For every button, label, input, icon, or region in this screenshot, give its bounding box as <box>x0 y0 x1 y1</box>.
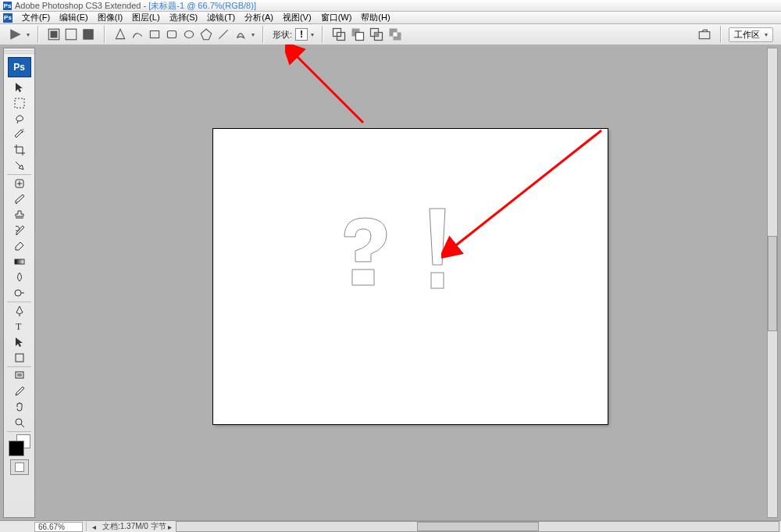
pen-tool[interactable] <box>9 303 30 319</box>
zoom-field[interactable]: 66.67% <box>34 522 83 532</box>
svg-rect-26 <box>16 354 23 362</box>
horizontal-scrollbar[interactable] <box>176 521 779 532</box>
menu-image[interactable]: 图像(I) <box>93 11 127 24</box>
svg-rect-22 <box>15 259 24 264</box>
line-shape-icon[interactable] <box>216 27 231 42</box>
ps-menu-icon[interactable]: Ps <box>3 13 12 23</box>
type-tool[interactable]: T <box>9 319 30 334</box>
app-title: Adobe Photoshop CS3 Extended <box>15 1 141 10</box>
svg-rect-3 <box>83 29 94 40</box>
go-to-bridge-icon[interactable] <box>697 27 712 42</box>
shape-tool[interactable] <box>9 350 30 366</box>
svg-rect-27 <box>16 372 23 378</box>
svg-line-8 <box>219 30 227 38</box>
move-tool[interactable] <box>9 80 30 95</box>
gradient-tool[interactable] <box>9 254 30 270</box>
menu-select[interactable]: 选择(S) <box>165 11 203 24</box>
color-swatches[interactable] <box>9 434 30 456</box>
stamp-tool[interactable] <box>9 207 30 223</box>
crop-tool[interactable] <box>9 142 30 158</box>
ps-logo-icon[interactable]: Ps <box>8 57 31 77</box>
chevron-down-icon[interactable]: ▾ <box>309 31 314 38</box>
brush-tool[interactable] <box>9 191 30 207</box>
svg-point-23 <box>15 290 21 296</box>
notes-tool[interactable] <box>9 368 30 384</box>
menu-filter[interactable]: 滤镜(T) <box>202 11 240 24</box>
fill-pixel-mode[interactable] <box>80 27 96 42</box>
foreground-color-swatch[interactable] <box>9 441 24 456</box>
chevron-down-icon[interactable]: ▾ <box>25 31 30 38</box>
path-mode[interactable] <box>63 27 79 42</box>
question-mark-shape <box>330 213 398 291</box>
shape-layer-mode[interactable] <box>46 27 62 42</box>
path-op-group <box>327 27 407 42</box>
ellipse-shape-icon[interactable] <box>181 27 197 42</box>
wand-tool[interactable] <box>9 127 30 142</box>
rounded-rect-shape-icon[interactable] <box>164 27 180 42</box>
menu-file[interactable]: 文件(F) <box>17 11 55 24</box>
tools-panel: Ps T <box>3 48 35 518</box>
slice-tool[interactable] <box>9 158 30 173</box>
svg-point-30 <box>16 419 22 425</box>
menu-window[interactable]: 窗口(W) <box>316 11 357 24</box>
subtract-from-shape-icon[interactable] <box>349 27 366 42</box>
svg-marker-7 <box>201 29 212 40</box>
pen-shape-icon[interactable] <box>112 27 128 42</box>
canvas-area[interactable] <box>35 45 781 521</box>
menu-view[interactable]: 视图(V) <box>278 11 316 24</box>
svg-rect-32 <box>431 273 444 288</box>
status-right-arrow-icon[interactable]: ▸ <box>166 523 174 531</box>
svg-line-31 <box>21 424 24 427</box>
marquee-tool[interactable] <box>9 95 30 111</box>
freeform-pen-icon[interactable] <box>130 27 145 42</box>
document-title: [未标题-1 @ 66.7%(RGB/8)] <box>148 0 256 12</box>
document-info: 文档:1.37M/0 字节 <box>98 521 166 532</box>
exclamation-mark-shape <box>426 207 448 293</box>
polygon-shape-icon[interactable] <box>198 27 214 42</box>
svg-rect-4 <box>150 31 159 38</box>
status-left-arrow-icon[interactable]: ◂ <box>90 523 98 531</box>
workspace-picker[interactable]: 工作区 ▾ <box>729 27 773 42</box>
shape-label: 形状: <box>271 29 294 41</box>
shape-swatch[interactable]: ! <box>295 28 308 41</box>
svg-rect-2 <box>66 29 77 40</box>
title-bar: Ps Adobe Photoshop CS3 Extended - [未标题-1… <box>0 0 781 12</box>
workspace-label: 工作区 <box>734 29 760 41</box>
vertical-scrollbar[interactable] <box>767 48 778 518</box>
menu-layer[interactable]: 图层(L) <box>127 11 164 24</box>
path-select-tool[interactable] <box>9 334 30 350</box>
svg-line-33 <box>294 54 363 123</box>
add-to-shape-icon[interactable] <box>330 27 348 42</box>
menu-help[interactable]: 帮助(H) <box>356 11 394 24</box>
svg-rect-5 <box>167 31 176 38</box>
chevron-down-icon: ▾ <box>763 31 768 38</box>
svg-rect-12 <box>356 33 364 41</box>
blur-tool[interactable] <box>9 270 30 285</box>
rectangle-shape-icon[interactable] <box>147 27 162 42</box>
custom-shape-icon[interactable] <box>233 27 248 42</box>
intersect-shape-icon[interactable] <box>368 27 385 42</box>
shape-tools-group: ▾ <box>109 27 258 42</box>
panel-grabber[interactable] <box>4 50 34 55</box>
history-brush-tool[interactable] <box>9 223 30 238</box>
eyedropper-tool[interactable] <box>9 384 30 399</box>
shape-mode-group <box>43 27 99 42</box>
main-area: Ps T <box>0 45 781 521</box>
shape-picker: 形状: ! ▾ <box>268 28 317 41</box>
annotation-arrow-top <box>285 45 379 138</box>
quickmask-toggle[interactable] <box>10 459 29 475</box>
tool-preset-picker[interactable] <box>8 27 23 42</box>
menu-edit[interactable]: 编辑(E) <box>55 11 93 24</box>
healing-tool[interactable] <box>9 176 30 191</box>
svg-rect-18 <box>394 33 398 37</box>
zoom-tool[interactable] <box>9 415 30 430</box>
dodge-tool[interactable] <box>9 285 30 301</box>
exclude-shape-icon[interactable] <box>387 27 404 42</box>
hand-tool[interactable] <box>9 399 30 415</box>
document-canvas[interactable] <box>213 129 608 424</box>
lasso-tool[interactable] <box>9 111 30 127</box>
menu-analyze[interactable]: 分析(A) <box>240 11 278 24</box>
status-bar: 66.67% ◂ 文档:1.37M/0 字节 ▸ <box>0 520 781 532</box>
eraser-tool[interactable] <box>9 238 30 254</box>
chevron-down-icon[interactable]: ▾ <box>250 31 255 38</box>
